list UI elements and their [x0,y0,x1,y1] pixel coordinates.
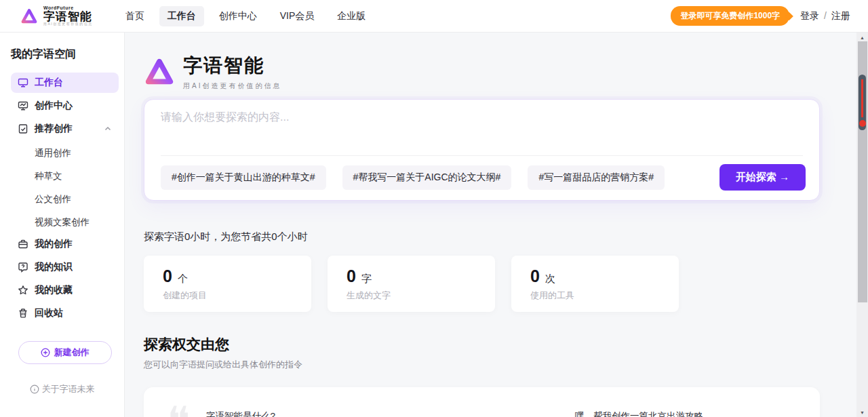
nav-item-vip[interactable]: VIP会员 [272,6,323,26]
main-content: 字语智能 用AI创造更有价值的信息 #创作一篇关于黄山出游的种草文# #帮我写一… [125,33,856,417]
quote-icon: ❝ [167,401,190,417]
sidebar-subitem-video[interactable]: 视频文案创作 [11,211,119,234]
sidebar-item-creation-center[interactable]: 创作中心 [11,96,119,116]
monitor-icon [18,77,28,88]
section-title: 探索权交由您 [144,335,820,354]
about-link[interactable]: 关于字语未来 [30,383,95,395]
doc-check-icon [18,123,28,134]
qa-question: 字语智能是什么? [206,410,275,417]
about-label: 关于字语未来 [42,383,95,395]
plus-circle-icon [41,348,50,357]
stat-card-words: 0 字 生成的文字 [328,256,495,312]
hero-brand-name: 字语智能 [183,53,281,79]
brand-triangle-icon [144,56,175,87]
sidebar-subitem-seeding[interactable]: 种草文 [11,165,119,188]
briefcase-icon [18,239,28,250]
sidebar-subitem-general[interactable]: 通用创作 [11,142,119,165]
stats-summary: 探索字语0小时，为您节省共0个小时 [144,231,820,243]
sidebar-item-label: 我的创作 [35,238,73,250]
sidebar-title: 我的字语空间 [11,47,119,62]
login-promo-badge[interactable]: 登录即可享免费创作1000字 [671,6,789,26]
sidebar-item-label: 我的收藏 [35,284,73,296]
brand-name: 字语智能 [43,11,93,23]
stat-label: 创建的项目 [163,290,292,302]
suggestion-chip-aigc[interactable]: #帮我写一篇关于AIGC的论文大纲# [342,165,512,190]
stat-card-projects: 0 个 创建的项目 [144,256,311,312]
sidebar-item-my-creations[interactable]: 我的创作 [11,234,119,254]
stat-cards-row: 0 个 创建的项目 0 字 生成的文字 0 次 使用的工具 [144,256,820,312]
stat-value: 0 [347,266,356,286]
sidebar-item-workbench[interactable]: 工作台 [11,73,119,93]
hero-logo: 字语智能 用AI创造更有价值的信息 [144,53,820,91]
header-logo[interactable]: WordFuture 字语智能 用AI创造更有价值的信息 [20,5,93,26]
new-creation-button[interactable]: 新建创作 [18,341,112,364]
nav-item-home[interactable]: 首页 [117,6,153,26]
stat-value: 0 [530,266,540,286]
sidebar-item-label: 工作台 [35,77,63,89]
chevron-up-icon[interactable] [104,125,112,133]
suggestion-chip-huangshan[interactable]: #创作一篇关于黄山出游的种草文# [161,165,326,190]
sidebar-subitem-official[interactable]: 公文创作 [11,188,119,211]
chart-monitor-icon [18,100,28,111]
login-link[interactable]: 登录 [800,10,819,22]
nav-item-creation-center[interactable]: 创作中心 [211,6,265,26]
suggestion-chip-dessert[interactable]: #写一篇甜品店的营销方案# [528,165,665,190]
brand-triangle-icon [20,7,38,25]
nav-item-enterprise[interactable]: 企业版 [329,6,374,26]
sidebar-item-label: 推荐创作 [35,123,73,135]
stat-label: 使用的工具 [530,290,660,302]
qa-example-card: ❝ 字语智能是什么? 嘿，帮我创作一篇北京出游攻略 [144,387,820,417]
section-subtitle: 您可以向字语提问或给出具体创作的指令 [144,359,820,371]
sidebar-item-recommend[interactable]: 推荐创作 [11,119,119,139]
auth-links: 登录 / 注册 [800,10,850,22]
register-link[interactable]: 注册 [831,10,850,22]
sidebar-item-recycle-bin[interactable]: 回收站 [11,303,119,323]
hero-tagline: 用AI创造更有价值的信息 [183,81,281,91]
info-icon [30,384,39,394]
brand-tagline: 用AI创造更有价值的信息 [43,22,93,26]
scroll-progress-thermometer-icon [859,75,866,130]
sidebar-item-my-knowledge[interactable]: 我的知识 [11,257,119,277]
nav-item-workbench[interactable]: 工作台 [159,6,204,26]
auth-separator: / [824,10,827,22]
sidebar-item-label: 回收站 [35,307,63,319]
stat-value: 0 [163,266,172,286]
sidebar-item-label: 我的知识 [35,261,73,273]
main-nav: 首页 工作台 创作中心 VIP会员 企业版 [117,6,374,26]
trash-icon [18,308,28,319]
page-scrollbar[interactable]: ▲ ▼ [856,33,868,417]
qa-example-prompt[interactable]: 嘿，帮我创作一篇北京出游攻略 [575,410,703,417]
star-icon [18,285,28,296]
sidebar-item-label: 创作中心 [35,100,73,112]
search-card: #创作一篇关于黄山出游的种草文# #帮我写一篇关于AIGC的论文大纲# #写一篇… [144,99,820,201]
stat-unit: 字 [361,273,372,285]
stat-unit: 个 [178,273,188,285]
top-header: WordFuture 字语智能 用AI创造更有价值的信息 首页 工作台 创作中心… [0,0,868,33]
new-creation-label: 新建创作 [54,346,90,359]
scrollbar-down-arrow[interactable]: ▼ [856,408,868,417]
stat-card-tools: 0 次 使用的工具 [511,256,679,312]
sidebar: 我的字语空间 工作台 创作中心 推荐创作 通用创作 种草文 公文创作 视频文案创… [0,33,125,417]
suggestion-chips-row: #创作一篇关于黄山出游的种草文# #帮我写一篇关于AIGC的论文大纲# #写一篇… [144,156,819,200]
search-input[interactable] [161,111,803,155]
scrollbar-up-arrow[interactable]: ▲ [856,33,868,42]
stat-label: 生成的文字 [347,290,476,302]
start-explore-button[interactable]: 开始探索 → [719,164,806,191]
stat-unit: 次 [545,273,555,285]
sidebar-item-favorites[interactable]: 我的收藏 [11,280,119,300]
chat-question-icon [18,262,28,273]
